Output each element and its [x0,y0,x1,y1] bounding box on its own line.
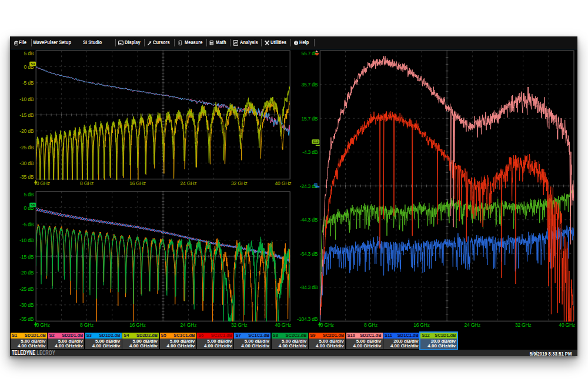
svg-text:8 GHz: 8 GHz [364,322,377,328]
svg-text:-25 dB: -25 dB [19,286,34,292]
svg-text:S12: S12 [313,140,319,143]
svg-text:16 GHz: 16 GHz [129,322,146,328]
svg-text:5 dB: 5 dB [24,192,34,197]
svg-text:24 GHz: 24 GHz [464,322,480,328]
svg-text:-20 dB: -20 dB [19,270,34,276]
svg-text:-4.3 dB: -4.3 dB [302,149,318,155]
svg-text:-30 dB: -30 dB [19,302,34,308]
svg-text:8 GHz: 8 GHz [80,322,93,328]
svg-text:8 GHz: 8 GHz [80,180,93,186]
svg-text:-35 dB: -35 dB [19,316,34,322]
svg-text:32 GHz: 32 GHz [231,322,248,328]
svg-text:-15 dB: -15 dB [19,112,34,118]
svg-text:-20 dB: -20 dB [19,128,34,134]
svg-text:-15 dB: -15 dB [19,254,34,260]
svg-text:0 GHz: 0 GHz [36,180,50,186]
svg-text:S4: S4 [31,62,35,66]
svg-text:-10 dB: -10 dB [19,237,34,243]
svg-text:0 GHz: 0 GHz [320,322,334,328]
svg-text:-64.3 dB: -64.3 dB [300,251,318,257]
svg-text:24 GHz: 24 GHz [181,180,197,186]
svg-text:S1: S1 [314,183,318,186]
svg-text:16 GHz: 16 GHz [413,322,430,328]
svg-text:-84.3 dB: -84.3 dB [300,284,318,290]
svg-text:32 GHz: 32 GHz [231,180,248,186]
svg-text:-104.3 dB: -104.3 dB [297,316,318,322]
svg-text:-25 dB: -25 dB [19,145,34,150]
svg-text:-35 dB: -35 dB [19,174,34,180]
svg-text:40 GHz: 40 GHz [275,180,292,186]
svg-text:16 GHz: 16 GHz [129,180,146,186]
svg-text:40 GHz: 40 GHz [559,322,575,328]
svg-text:S8: S8 [31,203,35,207]
svg-text:24 GHz: 24 GHz [181,322,197,328]
svg-text:-5 dB: -5 dB [22,222,34,227]
svg-text:0 GHz: 0 GHz [36,322,50,328]
svg-text:-10 dB: -10 dB [19,96,34,102]
svg-text:-44.3 dB: -44.3 dB [300,217,318,223]
svg-text:15.7 dB: 15.7 dB [301,116,318,122]
svg-text:5 dB: 5 dB [24,51,34,56]
svg-text:35.7 dB: 35.7 dB [301,82,318,88]
svg-text:-5 dB: -5 dB [22,80,34,86]
svg-text:40 GHz: 40 GHz [275,322,292,328]
svg-text:-30 dB: -30 dB [19,160,34,166]
svg-text:32 GHz: 32 GHz [515,322,532,328]
